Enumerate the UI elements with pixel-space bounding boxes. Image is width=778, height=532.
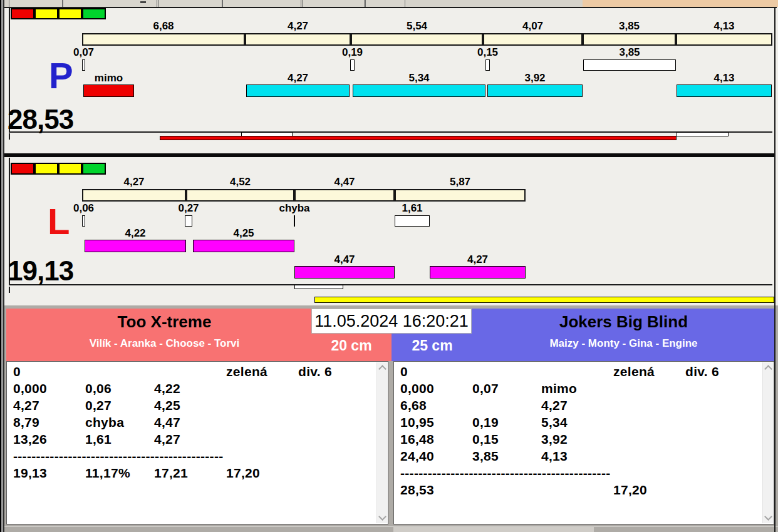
result-cell: 17,20 — [226, 466, 260, 481]
panel-separator — [4, 153, 775, 157]
result-cell: 10,95 — [400, 415, 434, 430]
jump-height-left: 20 cm — [311, 337, 392, 354]
result-cell: 0,06 — [85, 381, 112, 396]
result-cell: 0,27 — [85, 398, 112, 413]
team-name: Too X-treme — [6, 312, 323, 332]
result-cell: 0,000 — [13, 381, 47, 396]
result-cell: 4,22 — [154, 381, 180, 396]
result-cell: 4,13 — [541, 449, 568, 464]
results-panel-right[interactable]: 0zelenádiv. 60,0000,07mimo6,684,2710,950… — [393, 361, 774, 524]
result-row: 16,480,153,92 — [400, 432, 759, 449]
team-members: Vilík - Aranka - Choose - Torvi — [6, 337, 323, 350]
result-row: 10,950,195,34 — [400, 415, 759, 432]
result-cell: div. 6 — [298, 364, 332, 379]
result-cell: 0,000 — [400, 381, 434, 396]
panel-l: 4,274,524,475,87 0,060,27chyba1,61 4,224… — [0, 158, 778, 305]
result-cell: 19,13 — [13, 466, 47, 481]
result-row: 13,261,614,27 — [13, 432, 373, 449]
timestamp: 11.05.2024 16:20:21 — [314, 312, 469, 331]
total-time-p: 28,53 — [8, 105, 73, 134]
team-letter-p: P — [49, 58, 73, 93]
result-cell: 3,85 — [472, 449, 499, 464]
overlay-bars — [0, 158, 778, 305]
toolbar-button[interactable] — [222, 0, 301, 7]
result-row: 24,403,854,13 — [400, 449, 759, 466]
result-cell: 4,25 — [154, 398, 180, 413]
results-panel-left[interactable]: 0zelenádiv. 60,0000,064,224,270,274,258,… — [6, 361, 388, 524]
result-cell: 24,40 — [400, 449, 434, 464]
result-cell: 8,79 — [13, 415, 39, 430]
timestamp-box: 11.05.2024 16:20:21 — [311, 309, 472, 334]
scroll-down-icon[interactable] — [764, 513, 772, 521]
result-cell: 4,27 — [154, 432, 180, 447]
footer-divider — [0, 526, 778, 527]
scroll-up-icon[interactable] — [378, 365, 386, 373]
overlay-bar — [294, 285, 343, 289]
total-time-l: 19,13 — [8, 257, 73, 285]
toolbar-button[interactable] — [9, 0, 63, 7]
result-cell: zelená — [613, 364, 655, 379]
result-cell: 4,47 — [154, 415, 180, 430]
result-cell: 0 — [400, 364, 408, 379]
overlay-bars — [0, 8, 778, 153]
result-row: 0zelenádiv. 6 — [400, 364, 759, 381]
scrollbar[interactable] — [376, 362, 387, 523]
result-cell: 13,26 — [13, 432, 47, 447]
result-row: 6,684,27 — [400, 398, 759, 415]
result-cell: ----------------------------------------… — [400, 466, 611, 481]
team-letter-l: L — [48, 204, 70, 239]
toolbar-button[interactable] — [365, 0, 405, 7]
result-row: 0zelenádiv. 6 — [13, 364, 373, 381]
toolbar-button[interactable] — [158, 0, 222, 7]
results-rows: 0zelenádiv. 60,0000,064,224,270,274,258,… — [13, 364, 373, 521]
result-row: 28,5317,20 — [400, 483, 759, 499]
result-cell: 28,53 — [400, 483, 434, 498]
result-row: 0,0000,07mimo — [400, 381, 759, 398]
team-name: Jokers Big Blind — [473, 312, 774, 332]
toolbar-tick — [140, 1, 146, 3]
result-row: 0,0000,064,22 — [13, 381, 373, 398]
overlay-bar — [314, 297, 774, 303]
scoreboard: Too X-treme Vilík - Aranka - Choose - To… — [0, 305, 778, 532]
toolbar-strip — [0, 0, 778, 7]
result-cell: ----------------------------------------… — [13, 449, 224, 464]
result-cell: 0,07 — [472, 381, 499, 396]
app-window: 6,684,275,544,073,854,13 0,070,190,153,8… — [0, 0, 778, 532]
window-frame-right — [774, 7, 775, 532]
scroll-up-icon[interactable] — [764, 365, 772, 373]
result-row: 4,270,274,25 — [13, 398, 373, 415]
result-cell: 6,68 — [400, 398, 427, 413]
result-row: ----------------------------------------… — [400, 466, 759, 483]
titlebar-fragment — [583, 0, 778, 7]
result-cell: 0,19 — [472, 415, 499, 430]
overlay-bar — [677, 132, 729, 136]
window-frame-left — [0, 0, 4, 532]
result-cell: 5,34 — [541, 415, 568, 430]
result-cell: 17,21 — [154, 466, 188, 481]
result-cell: 3,92 — [541, 432, 568, 447]
result-cell: chyba — [85, 415, 124, 430]
result-cell: 0,15 — [472, 432, 499, 447]
team-members: Maizy - Monty - Gina - Engine — [473, 337, 774, 350]
result-cell: mimo — [541, 381, 577, 396]
panel-p: 6,684,275,544,073,854,13 0,070,190,153,8… — [0, 8, 778, 153]
jump-height-right: 25 cm — [392, 337, 473, 354]
overlay-bar — [160, 136, 677, 140]
result-cell: 4,27 — [541, 398, 568, 413]
result-cell: 16,48 — [400, 432, 434, 447]
results-rows: 0zelenádiv. 60,0000,07mimo6,684,2710,950… — [400, 364, 759, 521]
result-cell: 0 — [13, 364, 21, 379]
result-cell: zelená — [226, 364, 267, 379]
result-cell: 4,27 — [13, 398, 39, 413]
result-cell: 11,17% — [85, 466, 130, 481]
toolbar-button[interactable] — [302, 0, 365, 7]
result-cell: 1,61 — [85, 432, 112, 447]
scrollbar[interactable] — [762, 362, 773, 523]
footer-highlight — [393, 527, 594, 532]
result-cell: 17,20 — [613, 483, 647, 498]
result-cell: div. 6 — [685, 364, 719, 379]
scroll-down-icon[interactable] — [378, 513, 386, 521]
result-row: 8,79chyba4,47 — [13, 415, 373, 432]
result-row: 19,1311,17%17,2117,20 — [13, 466, 373, 483]
result-row: ----------------------------------------… — [13, 449, 373, 466]
